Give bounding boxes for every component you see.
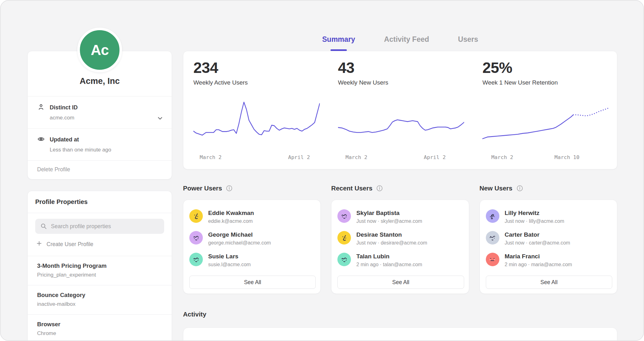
user-row-skylar-baptista[interactable]: Skylar BaptistaJust now · skyler@acme.co… xyxy=(337,209,464,224)
create-user-profile-button[interactable]: Create User Profile xyxy=(28,234,172,256)
users-card: Skylar BaptistaJust now · skyler@acme.co… xyxy=(331,200,469,294)
activity-stat: 240 xyxy=(328,328,473,341)
user-name: Skylar Baptista xyxy=(356,209,422,217)
user-avatar xyxy=(486,253,499,266)
stat-value: 234 xyxy=(193,59,320,76)
user-avatar xyxy=(337,253,351,266)
main-content: SummaryActivity FeedUsers 234Weekly Acti… xyxy=(183,1,617,341)
see-all-button[interactable]: See All xyxy=(486,276,612,289)
property-list: 3-Month Pricing ProgramPricing_plan_expe… xyxy=(28,256,172,341)
profile-properties-title: Profile Properties xyxy=(28,191,172,213)
user-name: Susie Lars xyxy=(208,253,251,260)
user-name: Eddie Kwakman xyxy=(208,209,254,217)
tab-users[interactable]: Users xyxy=(458,33,478,51)
search-profile-properties-input[interactable] xyxy=(35,219,164,234)
property-value: Chrome xyxy=(37,330,164,337)
user-row-carter-bator[interactable]: Carter BatorJust now · carter@acme.com xyxy=(486,231,612,246)
property-value: inactive-mailbox xyxy=(37,301,164,307)
field-label: Distinct ID xyxy=(50,104,78,111)
summary-card: 234Weekly Active UsersMarch 2April 243We… xyxy=(183,51,617,169)
user-meta: Just now · skyler@acme.com xyxy=(356,218,422,224)
section-title: Recent Users xyxy=(331,184,372,192)
person-icon xyxy=(37,103,45,112)
axis-tick-label: April 2 xyxy=(288,154,310,160)
user-avatar xyxy=(189,253,203,266)
user-meta: susie.l@acme.com xyxy=(208,262,251,267)
tab-activity-feed[interactable]: Activity Feed xyxy=(384,33,429,51)
user-name: Carter Bator xyxy=(505,231,570,238)
user-row-eddie-kwakman[interactable]: Eddie Kwakmaneddie.k@acme.com xyxy=(189,209,316,224)
see-all-button[interactable]: See All xyxy=(337,276,464,289)
user-name: Talan Lubin xyxy=(356,253,422,260)
section-title: New Users xyxy=(480,184,513,192)
plus-icon xyxy=(36,240,42,248)
see-all-button[interactable]: See All xyxy=(189,276,316,289)
profile-properties-card: Profile Properties Create User Profile 3… xyxy=(27,191,172,341)
stat-weekly-active-users: 234Weekly Active UsersMarch 2April 2 xyxy=(183,51,328,169)
app-frame: Ac Acme, Inc Distinct IDacme.comUpdated … xyxy=(0,0,644,341)
user-avatar xyxy=(486,231,499,245)
user-avatar xyxy=(337,209,351,223)
property-label: Bounce Category xyxy=(37,292,164,299)
stat-weekly-new-users: 43Weekly New UsersMarch 2April 2 xyxy=(328,51,473,169)
section-recent-users: Recent UsersSkylar BaptistaJust now · sk… xyxy=(331,184,469,294)
axis-tick-label: March 2 xyxy=(346,154,368,160)
info-icon[interactable] xyxy=(226,185,233,192)
property-item-bounce-category[interactable]: Bounce Categoryinactive-mailbox xyxy=(28,285,172,314)
user-avatar xyxy=(189,209,203,223)
property-item-3-month-pricing-program[interactable]: 3-Month Pricing ProgramPricing_plan_expe… xyxy=(28,256,172,285)
tab-summary[interactable]: Summary xyxy=(322,33,355,51)
eye-icon xyxy=(37,135,45,144)
axis-tick-label: April 2 xyxy=(424,154,446,160)
field-label: Updated at xyxy=(50,136,79,143)
company-avatar-initials: Ac xyxy=(91,41,109,58)
user-meta: Just now · lilly@acme.com xyxy=(505,218,564,224)
user-row-lilly-herwitz[interactable]: Lilly HerwitzJust now · lilly@acme.com xyxy=(486,209,612,224)
delete-profile-button[interactable]: Delete Profile xyxy=(28,161,172,179)
field-value: Less than one minute ago xyxy=(50,147,164,153)
sparkline-chart xyxy=(338,101,464,148)
profile-field-updated-at: Updated atLess than one minute ago xyxy=(28,129,172,160)
user-avatar xyxy=(486,209,499,223)
stat-value: 25% xyxy=(482,59,609,76)
user-row-maria-franci[interactable]: Maria Franci2 min ago · maria@acme.com xyxy=(486,253,612,267)
user-row-desirae-stanton[interactable]: Desirae StantonJust now · desirare@acme.… xyxy=(337,231,464,246)
user-row-george-michael[interactable]: George Michaelgeorge.michael@acme.com xyxy=(189,231,316,246)
property-label: 3-Month Pricing Program xyxy=(37,262,164,269)
sparkline-chart xyxy=(193,101,320,148)
axis-tick-label: March 10 xyxy=(554,154,579,160)
info-icon[interactable] xyxy=(376,185,383,192)
user-name: Maria Franci xyxy=(505,253,572,260)
user-meta: george.michael@acme.com xyxy=(208,240,271,246)
user-meta: 2 min ago · maria@acme.com xyxy=(505,262,572,267)
users-card: Eddie Kwakmaneddie.k@acme.comGeorge Mich… xyxy=(183,200,321,294)
activity-section-title: Activity xyxy=(183,311,617,318)
section-title: Power Users xyxy=(183,184,222,192)
profile-field-distinct-id: Distinct IDacme.com xyxy=(28,96,172,128)
axis-tick-label: March 2 xyxy=(200,154,222,160)
user-avatar xyxy=(337,231,351,245)
axis-tick-label: March 2 xyxy=(491,154,513,160)
sparkline-chart xyxy=(482,101,609,148)
user-name: George Michael xyxy=(208,231,271,238)
chevron-down-icon[interactable] xyxy=(157,115,164,123)
stat-label: Week 1 New User Retention xyxy=(482,79,609,86)
search-icon xyxy=(40,223,47,231)
property-label: Browser xyxy=(37,321,164,328)
tab-bar: SummaryActivity FeedUsers xyxy=(183,1,617,51)
section-power-users: Power UsersEddie Kwakmaneddie.k@acme.com… xyxy=(183,184,321,294)
property-value: Pricing_plan_experiment xyxy=(37,272,164,278)
stat-week-1-new-user-retention: 25%Week 1 New User RetentionMarch 2March… xyxy=(472,51,617,169)
user-meta: Just now · desirare@acme.com xyxy=(356,240,427,246)
user-meta: 2 min ago · talan@acme.com xyxy=(356,262,422,267)
user-row-susie-lars[interactable]: Susie Larssusie.l@acme.com xyxy=(189,253,316,267)
stat-label: Weekly New Users xyxy=(338,79,464,86)
property-item-browser[interactable]: BrowserChrome xyxy=(28,315,172,341)
user-name: Desirae Stanton xyxy=(356,231,427,238)
activity-stat: 3.4k xyxy=(472,328,617,341)
stat-label: Weekly Active Users xyxy=(193,79,320,86)
create-user-profile-label: Create User Profile xyxy=(47,241,93,248)
user-row-talan-lubin[interactable]: Talan Lubin2 min ago · talan@acme.com xyxy=(337,253,464,267)
info-icon[interactable] xyxy=(516,185,523,192)
user-sections: Power UsersEddie Kwakmaneddie.k@acme.com… xyxy=(183,184,617,294)
